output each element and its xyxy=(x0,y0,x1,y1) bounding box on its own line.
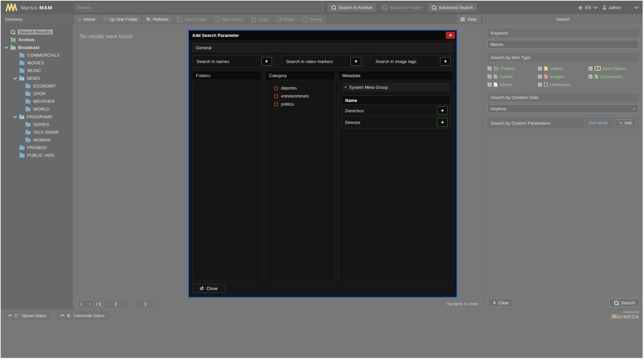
checkbox-checked-icon[interactable]: ✓ xyxy=(538,82,542,87)
other-file-icon xyxy=(494,82,497,87)
item-type-videos[interactable]: ✓Videos xyxy=(538,64,588,72)
checkbox-checked-icon[interactable]: ✓ xyxy=(588,74,593,79)
checkbox-unchecked-icon[interactable] xyxy=(274,103,278,106)
tree-item-promos[interactable]: PROMOS xyxy=(1,144,73,152)
meta-group-toggle[interactable]: ▾ System Meta Group xyxy=(341,83,450,92)
add-button-label: Add xyxy=(625,121,632,125)
up-one-folder-button[interactable]: ↑Up One Folder xyxy=(100,15,142,23)
tree-item-world[interactable]: WORLD xyxy=(1,105,73,113)
checkbox-checked-icon[interactable]: ✓ xyxy=(487,66,492,71)
tree-item-series[interactable]: SERIES xyxy=(1,121,73,128)
document-file-icon xyxy=(595,74,598,79)
tree-item-commercials[interactable]: COMMERCIALS xyxy=(1,51,73,59)
checkbox-checked-icon[interactable]: ✓ xyxy=(588,66,593,71)
search-in-video-markers-add-button[interactable]: + xyxy=(351,57,361,66)
category-item-entretenimineto[interactable]: entretenimineto xyxy=(274,92,335,100)
tree-item-woman[interactable]: WOMAN xyxy=(1,136,73,144)
refresh-icon: ↻ xyxy=(146,17,150,21)
new-asset-button: New Asset xyxy=(212,15,247,23)
username-label: admin xyxy=(609,5,621,10)
checkbox-checked-icon[interactable]: ✓ xyxy=(538,66,542,71)
checkbox-unchecked-icon[interactable] xyxy=(274,86,278,90)
item-type-images[interactable]: ✓Images xyxy=(538,72,588,80)
home-button[interactable]: ⌂Home xyxy=(74,15,99,23)
new-asset-icon xyxy=(216,17,219,21)
language-selector[interactable]: ⊕ EN xyxy=(578,5,597,10)
page-select[interactable]: 1 ▼ xyxy=(77,300,94,308)
tree-item-economy[interactable]: ECONOMY xyxy=(1,82,73,90)
search-icon xyxy=(331,5,336,10)
expand-caret-icon[interactable] xyxy=(13,76,17,79)
folder-blue-icon xyxy=(19,69,24,73)
image-file-icon xyxy=(544,74,548,79)
checkbox-checked-icon[interactable]: ✓ xyxy=(487,82,492,87)
keyword-section-label: Keyword xyxy=(487,29,639,37)
folder-open-blue-icon xyxy=(19,115,24,119)
tree-item-broadcast[interactable]: Broadcast xyxy=(1,44,73,51)
plus-icon: + xyxy=(619,121,622,125)
keyword-input[interactable] xyxy=(487,40,639,49)
director-add-button[interactable]: + xyxy=(437,118,448,127)
view-button[interactable]: View xyxy=(457,15,481,23)
item-type-label: Unknowns xyxy=(550,82,570,87)
search-in-archive-button[interactable]: Search in Archive xyxy=(327,3,376,12)
copy-icon xyxy=(252,17,255,21)
metadata-rows: Derechos+Director+ xyxy=(342,105,450,128)
tree-item-music[interactable]: MUSIC xyxy=(1,67,73,74)
marsis-logo-icon xyxy=(5,3,17,12)
refresh-button[interactable]: ↻Refresh xyxy=(142,15,172,23)
metadata-row-label: Director xyxy=(345,120,437,125)
expand-caret-icon[interactable] xyxy=(13,114,17,118)
dialog-close-icon[interactable]: × xyxy=(446,32,455,39)
search-button[interactable]: Search xyxy=(609,298,640,307)
upload-status-toggle[interactable]: Upload Status xyxy=(4,311,51,320)
next-page-button[interactable] xyxy=(132,300,157,309)
metadata-table: Name Derechos+Director+ xyxy=(341,96,450,128)
category-item-deportes[interactable]: deportes xyxy=(274,84,335,92)
tree-item-news[interactable]: NEWS xyxy=(1,74,73,82)
prev-page-button[interactable] xyxy=(104,300,129,309)
user-menu[interactable]: admin xyxy=(602,5,621,10)
clear-button[interactable]: × Clear xyxy=(488,298,514,307)
tree-item-search-results[interactable]: Search Results xyxy=(1,28,73,36)
checkbox-checked-icon[interactable]: ✓ xyxy=(487,74,492,79)
checkbox-checked-icon[interactable]: ✓ xyxy=(538,74,542,79)
item-type-folders[interactable]: ✓Folders xyxy=(487,64,538,72)
tree-item-programs[interactable]: PROGRAMS xyxy=(1,113,73,121)
advanced-search-button[interactable]: Advanced Search xyxy=(428,3,477,12)
creation-date-select[interactable]: Anytime ▼ xyxy=(487,104,639,113)
metadata-body: ▾ System Meta Group Name Derechos+Direct… xyxy=(339,80,453,131)
creation-date-value: Anytime xyxy=(490,106,506,111)
search-in-image-tags-add-button[interactable]: + xyxy=(440,57,451,66)
tree-item-label: PUBLIC VIDS xyxy=(27,153,54,158)
close-button[interactable]: ↺ Close xyxy=(192,284,225,293)
item-type-unknowns[interactable]: ✓Unknowns xyxy=(538,80,588,88)
tree-item-public-vids[interactable]: PUBLIC VIDS xyxy=(1,152,73,159)
item-type-dual-videos[interactable]: ✓Dual Videos xyxy=(588,64,639,72)
add-parameter-button[interactable]: + Add xyxy=(614,119,637,127)
add-search-parameter-dialog: Add Search Parameter × General Search in… xyxy=(188,29,458,298)
and-mode-button[interactable]: AND Mode xyxy=(585,119,612,127)
user-menu-chevron-icon[interactable] xyxy=(634,5,639,9)
folder-blue-icon xyxy=(25,100,31,104)
search-icon xyxy=(432,5,436,10)
checkbox-unchecked-icon[interactable] xyxy=(274,95,278,98)
tree-item-talk-show[interactable]: TALK SHOW xyxy=(1,128,73,136)
global-search-input[interactable] xyxy=(74,3,324,12)
item-type-documents[interactable]: ✓Documents xyxy=(588,72,639,80)
tree-item-archive[interactable]: Archive xyxy=(1,36,73,44)
derechos-add-button[interactable]: + xyxy=(437,106,448,115)
expand-caret-icon[interactable] xyxy=(4,45,8,49)
folder-blue-icon xyxy=(25,84,31,88)
up-one-folder-label: Up One Folder xyxy=(109,17,138,22)
transcode-status-toggle[interactable]: Transcode Status xyxy=(57,311,109,320)
category-item-politica[interactable]: politica xyxy=(274,100,335,108)
item-type-audios[interactable]: ✓Audios xyxy=(487,72,538,80)
tree-item-movies[interactable]: MOVIES xyxy=(1,59,73,67)
search-in-names-add-button[interactable]: + xyxy=(261,57,272,66)
item-type-others[interactable]: ✓Others xyxy=(487,80,538,88)
tree-item-spor[interactable]: SPOR xyxy=(1,90,73,98)
tree-item-weather[interactable]: WEATHER xyxy=(1,98,73,105)
search-button-label: Search xyxy=(621,300,635,305)
item-type-grid: ✓Folders✓Videos✓Dual Videos✓Audios✓Image… xyxy=(487,64,639,88)
